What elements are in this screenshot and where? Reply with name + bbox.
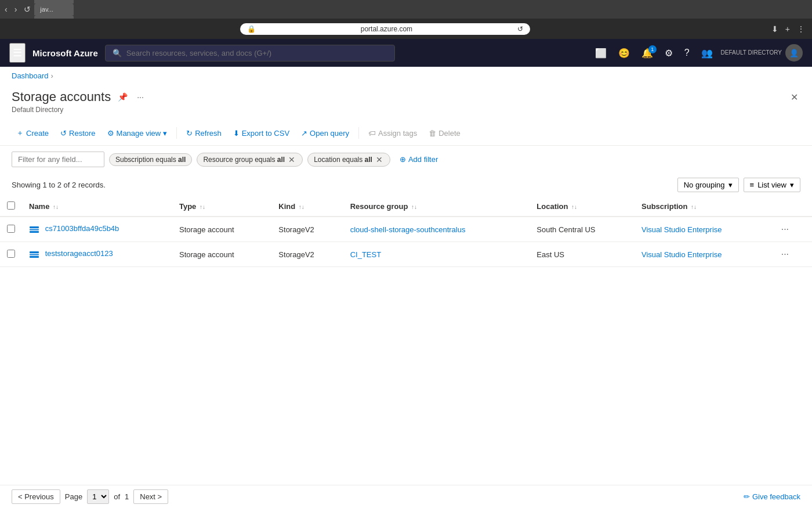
feedback-link[interactable]: ✏ Give feedback <box>744 492 800 501</box>
location-cell: East US <box>530 242 635 267</box>
subscription-link[interactable]: Visual Studio Enterprise <box>641 250 722 259</box>
close-button[interactable]: ✕ <box>788 89 800 105</box>
kind-cell: StorageV2 <box>271 217 343 242</box>
browser-tab-bar: ‹ › ↺ Git...Git...Get...Git...Co...Dev..… <box>0 0 812 19</box>
address-bar[interactable]: 🔒 portal.azure.com ↺ <box>240 23 530 35</box>
svg-rect-5 <box>30 256 39 258</box>
subscription-filter-tag: Subscription equals all <box>109 153 192 166</box>
name-column-header[interactable]: Name ↑↓ <box>22 197 172 217</box>
kind-column-header[interactable]: Kind ↑↓ <box>271 197 343 217</box>
table-body: cs71003bffda49c5b4b Storage account Stor… <box>0 217 812 267</box>
resource-group-link[interactable]: CI_TEST <box>350 250 381 259</box>
azure-search-input[interactable] <box>126 49 387 57</box>
svg-rect-3 <box>30 251 39 253</box>
table-header: Name ↑↓ Type ↑↓ Kind ↑↓ Resource group ↑… <box>0 197 812 217</box>
create-button[interactable]: ＋ Create <box>12 125 53 140</box>
pagination: < Previous Page 1 of 1 Next > ✏ Give fee… <box>0 485 812 508</box>
location-column-header[interactable]: Location ↑↓ <box>530 197 635 217</box>
grouping-dropdown[interactable]: No grouping ▾ <box>677 178 739 192</box>
storage-account-name-link[interactable]: teststorageacct0123 <box>45 249 113 258</box>
user-avatar[interactable]: 👤 <box>785 44 803 62</box>
refresh-page-button[interactable]: ↺ <box>21 2 33 16</box>
grouping-label: No grouping <box>684 181 725 189</box>
location-cell: South Central US <box>530 217 635 242</box>
delete-button[interactable]: 🗑 Delete <box>424 127 465 140</box>
menu-button[interactable]: ⋮ <box>795 22 807 36</box>
resource-group-filter-close[interactable]: ✕ <box>287 155 296 164</box>
restore-icon: ↺ <box>60 129 67 138</box>
svg-rect-4 <box>30 254 39 255</box>
row-checkbox-1[interactable] <box>7 250 15 258</box>
lock-icon: 🔒 <box>247 25 256 33</box>
toolbar-separator-2 <box>358 127 359 139</box>
help-button[interactable]: ? <box>681 45 693 60</box>
select-all-checkbox[interactable] <box>7 201 15 210</box>
notifications-button[interactable]: 🔔 1 <box>638 45 657 61</box>
storage-account-name-link[interactable]: cs71003bffda49c5b4b <box>45 224 119 233</box>
location-filter-label: Location equals all <box>314 156 372 164</box>
name-cell: teststorageacct0123 <box>22 242 172 267</box>
download-button[interactable]: ⬇ <box>769 22 781 36</box>
browser-tab[interactable]: Kub... <box>34 15 74 19</box>
page-select[interactable]: 1 <box>87 489 109 504</box>
resource-group-link[interactable]: cloud-shell-storage-southcentralus <box>350 225 466 234</box>
type-column-header[interactable]: Type ↑↓ <box>172 197 271 217</box>
subscription-link[interactable]: Visual Studio Enterprise <box>641 225 722 234</box>
resource-group-column-header[interactable]: Resource group ↑↓ <box>343 197 530 217</box>
more-options-button[interactable]: ··· <box>135 90 146 104</box>
type-cell: Storage account <box>172 242 271 267</box>
query-icon: ↗ <box>301 129 307 138</box>
table-row: teststorageacct0123 Storage account Stor… <box>0 242 812 267</box>
trash-icon: 🗑 <box>429 129 436 138</box>
directory-button[interactable]: 👥 <box>698 45 716 61</box>
row-actions-cell: ··· <box>771 217 812 242</box>
filter-input[interactable] <box>12 152 104 167</box>
table-row: cs71003bffda49c5b4b Storage account Stor… <box>0 217 812 242</box>
new-tab-button[interactable]: + <box>783 22 792 36</box>
view-chevron-icon: ▾ <box>790 181 794 189</box>
manage-view-button[interactable]: ⚙ Manage view ▾ <box>103 127 172 140</box>
view-dropdown[interactable]: ≡ List view ▾ <box>744 178 800 192</box>
subscription-column-header[interactable]: Subscription ↑↓ <box>635 197 771 217</box>
browser-tab[interactable]: jav... <box>34 3 74 15</box>
location-filter-close[interactable]: ✕ <box>375 155 384 164</box>
page-title: Storage accounts 📌 ··· <box>12 89 782 105</box>
forward-button[interactable]: › <box>12 2 20 16</box>
main-content: Dashboard › Storage accounts 📌 ··· Defau… <box>0 67 812 508</box>
open-query-button[interactable]: ↗ Open query <box>296 127 354 140</box>
pin-button[interactable]: 📌 <box>115 90 130 104</box>
export-csv-button[interactable]: ⬇ Export to CSV <box>229 127 294 140</box>
next-page-button[interactable]: Next > <box>133 489 168 504</box>
list-view-icon: ≡ <box>750 181 755 189</box>
feedback-button[interactable]: 😊 <box>615 45 633 61</box>
total-pages: 1 <box>125 492 129 501</box>
resource-group-cell: CI_TEST <box>343 242 530 267</box>
subscription-cell: Visual Studio Enterprise <box>635 217 771 242</box>
breadcrumb-dashboard[interactable]: Dashboard <box>12 71 49 80</box>
storage-accounts-table: Name ↑↓ Type ↑↓ Kind ↑↓ Resource group ↑… <box>0 197 812 267</box>
type-cell: Storage account <box>172 217 271 242</box>
add-filter-button[interactable]: ⊕ Add filter <box>395 153 443 166</box>
row-more-button-1[interactable]: ··· <box>778 248 792 261</box>
previous-page-button[interactable]: < Previous <box>12 489 60 504</box>
azure-search-bar[interactable]: 🔍 <box>105 45 395 62</box>
back-button[interactable]: ‹ <box>2 2 10 16</box>
refresh-button[interactable]: ↻ Refresh <box>182 127 226 140</box>
row-more-button-0[interactable]: ··· <box>778 223 792 236</box>
default-directory-label: DEFAULT DIRECTORY <box>721 49 782 56</box>
resource-group-sort-icon: ↑↓ <box>411 204 417 210</box>
restore-button[interactable]: ↺ Restore <box>56 127 100 140</box>
page-title-section: Storage accounts 📌 ··· Default Directory <box>12 89 782 114</box>
browser-actions: ⬇ + ⋮ <box>769 22 807 36</box>
row-checkbox-cell <box>0 242 22 267</box>
assign-tags-button[interactable]: 🏷 Assign tags <box>364 127 422 140</box>
breadcrumb-separator: › <box>51 71 53 80</box>
row-checkbox-0[interactable] <box>7 225 15 233</box>
cloud-shell-button[interactable]: ⬜ <box>592 45 610 61</box>
feedback-label: Give feedback <box>752 492 800 501</box>
settings-button[interactable]: ⚙ <box>661 45 676 61</box>
hamburger-menu[interactable]: ☰ <box>9 43 26 63</box>
svg-rect-0 <box>30 226 39 228</box>
resource-group-cell: cloud-shell-storage-southcentralus <box>343 217 530 242</box>
name-column-label: Name <box>29 202 49 211</box>
